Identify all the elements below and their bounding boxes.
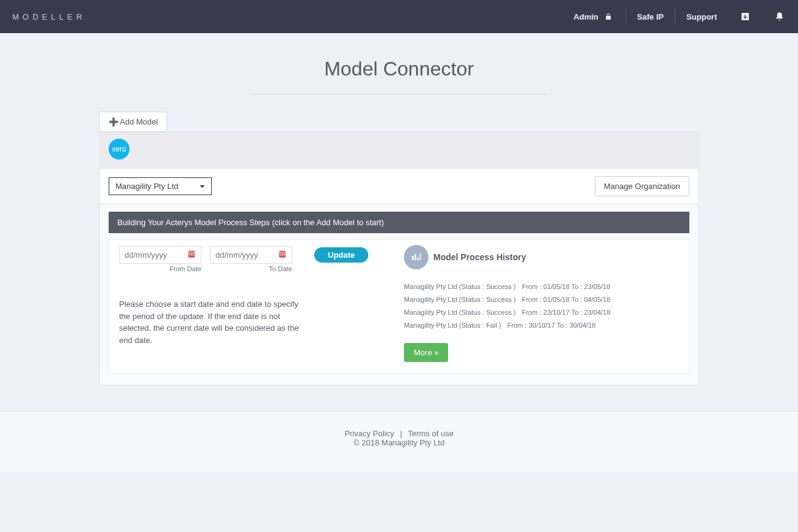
panel-header: xero: [100, 133, 698, 169]
nav-admin-label: Admin: [573, 12, 598, 21]
nav-notifications[interactable]: [762, 10, 786, 23]
nav-support[interactable]: Support: [675, 12, 728, 21]
calendar-icon: [278, 250, 287, 260]
from-date-field: From Date: [119, 246, 201, 272]
history-title: Model Process History: [433, 252, 526, 262]
nav-admin[interactable]: Admin: [562, 10, 625, 23]
navbar: MODELLER Admin Safe IP Support: [0, 0, 798, 33]
manage-organization-button[interactable]: Manage Organization: [595, 176, 689, 196]
history-list: Managility Pty Ltd (Status : Success )Fr…: [404, 280, 679, 332]
history-item: Managility Pty Ltd (Status : Fail )From …: [404, 319, 679, 332]
history-item: Managility Pty Ltd (Status : Success )Fr…: [404, 306, 679, 319]
to-date-input-wrap[interactable]: [210, 246, 292, 264]
footer-copyright: © 2018 Managility Pty Ltd: [0, 438, 798, 447]
navbar-right: Admin Safe IP Support: [562, 9, 786, 25]
main-panel: xero Managility Pty Ltd Manage Organizat…: [99, 132, 699, 385]
privacy-policy-link[interactable]: Privacy Policy: [344, 429, 394, 438]
page-title: Model Connector: [99, 58, 699, 94]
title-rule: [252, 94, 546, 94]
nav-support-label: Support: [686, 12, 717, 21]
date-column: From Date To Date Update Please choose a: [109, 240, 404, 373]
footer: Privacy Policy | Terms of use © 2018 Man…: [0, 411, 798, 472]
to-date-field: To Date: [210, 246, 292, 272]
nav-safe-ip[interactable]: Safe IP: [626, 12, 675, 21]
calendar-icon: [187, 250, 196, 260]
xero-icon: xero: [109, 139, 130, 160]
brand-logo[interactable]: MODELLER: [12, 12, 86, 21]
plus-icon: ➕: [109, 117, 118, 126]
history-item: Managility Pty Ltd (Status : Success )Fr…: [404, 280, 679, 293]
add-model-button[interactable]: ➕Add Model: [99, 112, 167, 132]
terms-link[interactable]: Terms of use: [408, 429, 453, 438]
organization-select[interactable]: Managility Pty Ltd: [109, 177, 212, 195]
from-date-label: From Date: [119, 265, 201, 272]
footer-links: Privacy Policy | Terms of use: [0, 429, 798, 438]
to-date-input[interactable]: [215, 250, 271, 260]
download-icon: [739, 10, 751, 23]
history-column: Model Process History Managility Pty Ltd…: [404, 240, 689, 373]
add-model-label: Add Model: [120, 117, 158, 126]
history-item: Managility Pty Ltd (Status : Success )Fr…: [404, 293, 679, 306]
nav-download[interactable]: [728, 10, 762, 23]
bell-icon: [773, 10, 786, 23]
update-button[interactable]: Update: [314, 247, 368, 263]
footer-divider: |: [397, 429, 406, 438]
to-date-label: To Date: [210, 265, 292, 272]
page-area: Model Connector ➕Add Model xero Managili…: [99, 33, 699, 400]
history-header: Model Process History: [404, 245, 679, 269]
nav-safe-ip-label: Safe IP: [637, 12, 664, 21]
steps-bar: Building Your Acterys Model Process Step…: [109, 212, 689, 233]
help-text: Please choose a start date and end date …: [119, 298, 303, 346]
panel-topbar: Managility Pty Ltd Manage Organization: [100, 169, 698, 204]
date-row: From Date To Date Update: [119, 246, 394, 272]
lock-icon: [602, 10, 614, 23]
from-date-input-wrap[interactable]: [119, 246, 201, 264]
from-date-input[interactable]: [125, 250, 180, 260]
content-row: From Date To Date Update Please choose a: [109, 239, 689, 374]
history-icon: [404, 245, 428, 269]
more-button[interactable]: More »: [404, 343, 448, 362]
